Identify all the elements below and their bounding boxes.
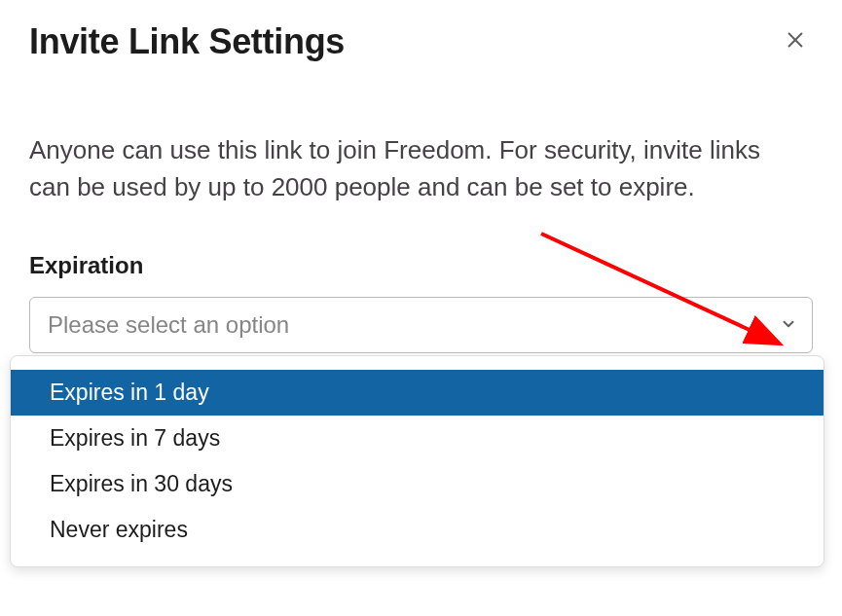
dialog-header: Invite Link Settings	[29, 21, 813, 62]
dropdown-option-1-day[interactable]: Expires in 1 day	[11, 370, 824, 416]
close-icon	[785, 29, 806, 54]
dropdown-option-30-days[interactable]: Expires in 30 days	[11, 461, 824, 507]
expiration-placeholder: Please select an option	[48, 311, 289, 339]
close-button[interactable]	[778, 24, 813, 59]
dropdown-option-never[interactable]: Never expires	[11, 507, 824, 553]
expiration-label: Expiration	[29, 252, 813, 279]
expiration-dropdown: Expires in 1 day Expires in 7 days Expir…	[10, 355, 824, 567]
expiration-select-wrapper: Please select an option Expires in 1 day…	[29, 297, 813, 353]
dialog-title: Invite Link Settings	[29, 21, 345, 62]
chevron-down-icon	[780, 311, 797, 339]
dialog-description: Anyone can use this link to join Freedom…	[29, 132, 808, 205]
dropdown-option-7-days[interactable]: Expires in 7 days	[11, 416, 824, 461]
expiration-select[interactable]: Please select an option	[29, 297, 813, 353]
